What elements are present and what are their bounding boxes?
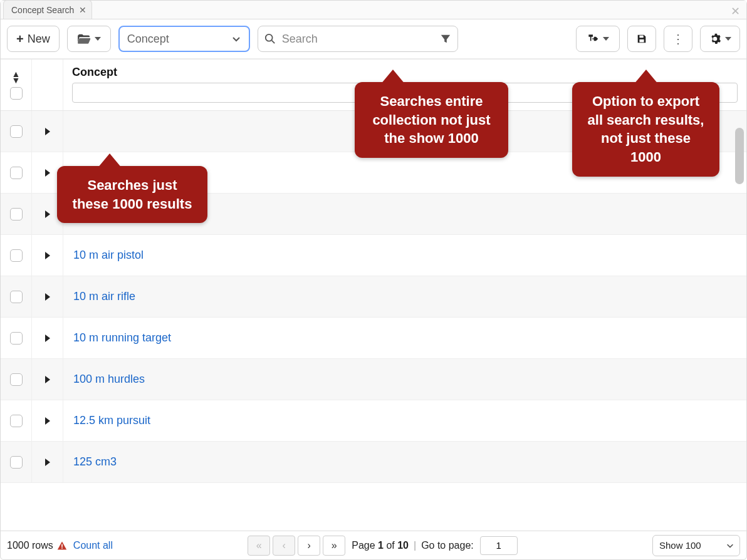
row-select-cell xyxy=(1,235,32,276)
svg-rect-4 xyxy=(61,544,63,547)
row-select-cell xyxy=(1,111,32,152)
expand-row-icon[interactable] xyxy=(45,128,50,135)
row-checkbox[interactable] xyxy=(10,456,23,469)
gear-icon xyxy=(709,33,721,45)
svg-rect-2 xyxy=(639,36,643,38)
global-search-group xyxy=(258,26,458,52)
warning-icon xyxy=(57,541,67,551)
page-size-label: Show 100 xyxy=(659,540,701,551)
row-expand-cell xyxy=(32,111,63,152)
folder-open-icon xyxy=(77,33,91,44)
expand-row-icon[interactable] xyxy=(45,252,50,259)
pagination: « ‹ › » Page 1 of 10 | Go to page: xyxy=(248,536,518,556)
tab-concept-search[interactable]: Concept Search ✕ xyxy=(3,0,92,19)
next-page-button[interactable]: › xyxy=(298,536,320,556)
footer-bar: 1000 rows Count all « ‹ › » Page 1 of 10… xyxy=(1,531,746,559)
callout-filter-scope: Searches just these 1000 results xyxy=(57,166,207,223)
svg-rect-3 xyxy=(639,39,644,43)
scrollbar-thumb[interactable] xyxy=(735,128,744,184)
row-expand-cell xyxy=(32,442,63,482)
page-current: 1 xyxy=(378,540,384,551)
table-row: 12.5 km pursuit xyxy=(1,400,746,442)
concept-link[interactable]: 12.5 km pursuit xyxy=(73,414,150,427)
page-total: 10 xyxy=(397,540,409,551)
page-size-select[interactable]: Show 100 xyxy=(652,535,740,556)
open-folder-button[interactable] xyxy=(67,26,111,52)
row-select-cell xyxy=(1,152,32,193)
app-window: Concept Search ✕ ✕ + New Concept xyxy=(0,0,747,560)
select-all-column: ▲▼ xyxy=(1,60,32,110)
concept-link[interactable]: 100 m hurdles xyxy=(73,373,145,386)
save-icon xyxy=(636,33,647,44)
table-row: 10 m air rifle xyxy=(1,276,746,318)
settings-button[interactable] xyxy=(700,26,740,52)
row-checkbox[interactable] xyxy=(10,415,23,427)
close-window-icon[interactable]: ✕ xyxy=(731,4,740,18)
row-checkbox[interactable] xyxy=(10,249,23,262)
first-page-button[interactable]: « xyxy=(248,536,270,556)
new-button[interactable]: + New xyxy=(7,26,60,52)
concept-type-select[interactable]: Concept xyxy=(118,26,250,52)
prev-page-button[interactable]: ‹ xyxy=(273,536,295,556)
svg-point-0 xyxy=(266,34,273,41)
row-main-cell: 10 m running target xyxy=(63,318,746,358)
row-expand-cell xyxy=(32,276,63,317)
expand-row-icon[interactable] xyxy=(45,169,50,177)
expand-row-icon[interactable] xyxy=(45,293,50,301)
save-button[interactable] xyxy=(627,26,656,52)
row-main-cell: 10 m air pistol xyxy=(63,235,746,276)
svg-line-1 xyxy=(271,41,274,44)
last-page-button[interactable]: » xyxy=(323,536,345,556)
row-select-cell xyxy=(1,442,32,482)
plus-icon: + xyxy=(16,32,24,46)
table-row: 125 cm3 xyxy=(1,442,746,483)
chevron-down-icon xyxy=(726,541,734,550)
expand-row-icon[interactable] xyxy=(45,459,50,466)
caret-down-icon xyxy=(725,37,731,41)
row-main-cell: 12.5 km pursuit xyxy=(63,400,746,441)
row-checkbox[interactable] xyxy=(10,208,23,220)
row-count-group: 1000 rows xyxy=(7,540,67,551)
table-row: 10 m running target xyxy=(1,318,746,359)
table-row: 100 m hurdles xyxy=(1,359,746,400)
row-count-label: 1000 rows xyxy=(7,540,53,551)
expand-row-icon[interactable] xyxy=(45,210,50,218)
row-main-cell: 10 m air rifle xyxy=(63,276,746,317)
caret-down-icon xyxy=(95,37,101,41)
row-select-cell xyxy=(1,194,32,234)
concept-link[interactable]: 10 m air rifle xyxy=(73,290,135,303)
expand-row-icon[interactable] xyxy=(45,334,50,342)
more-menu-button[interactable]: ⋮ xyxy=(664,26,692,52)
expand-row-icon[interactable] xyxy=(45,376,50,383)
row-main-cell: 125 cm3 xyxy=(63,442,746,482)
concept-select-label: Concept xyxy=(127,33,169,46)
row-select-cell xyxy=(1,359,32,400)
row-checkbox[interactable] xyxy=(10,167,23,179)
tab-bar: Concept Search ✕ ✕ xyxy=(1,1,746,19)
expand-row-icon[interactable] xyxy=(45,417,50,425)
row-expand-cell xyxy=(32,318,63,358)
row-checkbox[interactable] xyxy=(10,373,23,386)
row-main-cell: 100 m hurdles xyxy=(63,359,746,400)
concept-link[interactable]: 125 cm3 xyxy=(73,455,117,469)
global-search-input[interactable] xyxy=(282,26,434,51)
row-checkbox[interactable] xyxy=(10,291,23,303)
filter-icon[interactable] xyxy=(440,33,451,44)
goto-page-input[interactable] xyxy=(480,536,518,555)
chevron-down-icon xyxy=(231,34,241,44)
sort-toggle-icon[interactable]: ▲▼ xyxy=(12,71,21,83)
search-icon xyxy=(264,33,276,44)
concept-link[interactable]: 10 m running target xyxy=(73,331,171,345)
select-all-checkbox[interactable] xyxy=(10,87,23,100)
row-checkbox[interactable] xyxy=(10,332,23,345)
close-icon[interactable]: ✕ xyxy=(79,5,86,15)
row-select-cell xyxy=(1,318,32,358)
count-all-link[interactable]: Count all xyxy=(73,540,113,551)
callout-text: Searches just these 1000 results xyxy=(73,177,192,212)
row-select-cell xyxy=(1,276,32,317)
row-expand-cell xyxy=(32,235,63,276)
new-button-label: New xyxy=(28,33,50,46)
export-button[interactable] xyxy=(576,26,620,52)
row-checkbox[interactable] xyxy=(10,125,23,138)
concept-link[interactable]: 10 m air pistol xyxy=(73,249,144,262)
